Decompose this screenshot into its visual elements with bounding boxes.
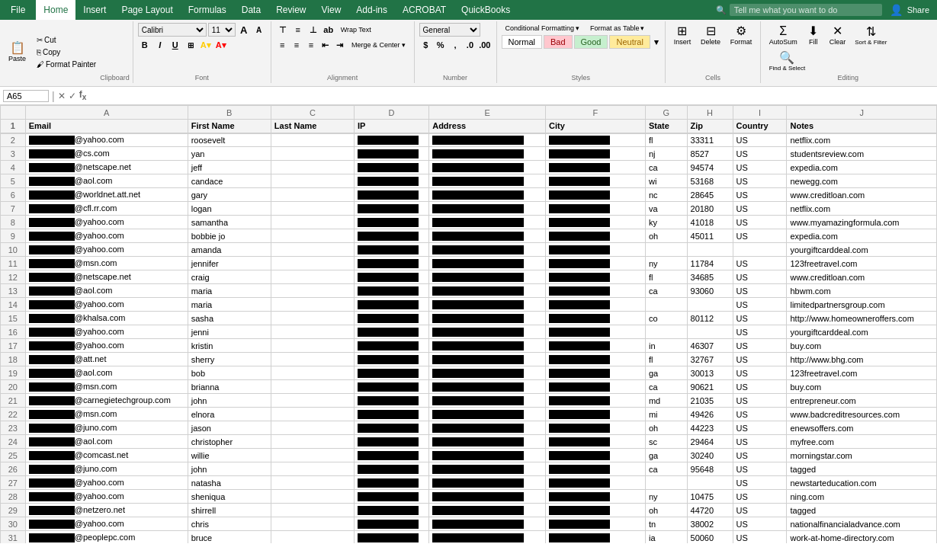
orientation-btn[interactable]: ab (322, 23, 335, 37)
col-header-C[interactable]: C (271, 106, 354, 120)
cell-zip-30[interactable]: 38002 (687, 517, 733, 531)
cell-address-9[interactable] (429, 229, 546, 243)
cell-country-31[interactable]: US (733, 531, 787, 544)
cancel-formula-icon[interactable]: ✕ (58, 91, 66, 101)
cell-lastname-13[interactable] (271, 284, 354, 298)
cell-firstname-28[interactable]: sheniqua (188, 490, 271, 504)
cell-email-8[interactable]: @yahoo.com (25, 216, 188, 229)
cell-city-27[interactable] (545, 476, 645, 490)
cell-zip-8[interactable]: 41018 (687, 216, 733, 229)
cell-notes-25[interactable]: morningstar.com (787, 449, 937, 462)
cell-lastname-29[interactable] (271, 504, 354, 517)
insert-menu[interactable]: Insert (75, 0, 114, 20)
cell-city-18[interactable] (545, 353, 645, 366)
cell-ip-17[interactable] (354, 339, 428, 353)
cell-zip-21[interactable]: 21035 (687, 394, 733, 408)
formula-input[interactable] (89, 91, 934, 101)
cell-state-13[interactable]: ca (645, 284, 687, 298)
cell-firstname-22[interactable]: elnora (188, 408, 271, 421)
delete-btn[interactable]: ⊟ Delete (698, 23, 724, 48)
cell-state-27[interactable] (645, 476, 687, 490)
table-row[interactable]: 6 @worldnet.att.netgary nc28645USwww.cre… (1, 188, 937, 202)
cell-city-21[interactable] (545, 394, 645, 408)
cell-state-28[interactable]: ny (645, 490, 687, 504)
table-row[interactable]: 5 @aol.comcandace wi53168USnewegg.com (1, 174, 937, 188)
cell-notes-7[interactable]: netflix.com (787, 202, 937, 216)
header-email[interactable]: Email (25, 120, 188, 133)
increase-font-btn[interactable]: A (237, 23, 251, 37)
cell-notes-14[interactable]: limitedpartnersgroup.com (787, 298, 937, 312)
cell-email-20[interactable]: @msn.com (25, 380, 188, 394)
cell-state-6[interactable]: nc (645, 188, 687, 202)
cell-state-15[interactable]: co (645, 312, 687, 325)
bottom-align-btn[interactable]: ⊥ (306, 23, 320, 37)
cell-lastname-10[interactable] (271, 243, 354, 257)
fill-btn[interactable]: ⬇ Fill (803, 23, 824, 48)
cell-address-19[interactable] (429, 366, 546, 380)
table-row[interactable]: 18 @att.netsherry fl32767UShttp://www.bh… (1, 353, 937, 366)
cell-notes-10[interactable]: yourgiftcarddeal.com (787, 243, 937, 257)
cell-ip-6[interactable] (354, 188, 428, 202)
cell-lastname-11[interactable] (271, 257, 354, 270)
table-row[interactable]: 30 @yahoo.comchris tn38002USnationalfina… (1, 517, 937, 531)
cell-ip-30[interactable] (354, 517, 428, 531)
cell-city-7[interactable] (545, 202, 645, 216)
cell-lastname-4[interactable] (271, 161, 354, 174)
underline-button[interactable]: U (168, 38, 182, 52)
cell-country-17[interactable]: US (733, 339, 787, 353)
cell-lastname-26[interactable] (271, 462, 354, 476)
cell-lastname-5[interactable] (271, 174, 354, 188)
cell-country-22[interactable]: US (733, 408, 787, 421)
cell-notes-3[interactable]: studentsreview.com (787, 147, 937, 161)
cell-firstname-16[interactable]: jenni (188, 325, 271, 339)
cell-firstname-10[interactable]: amanda (188, 243, 271, 257)
table-row[interactable]: 4 @netscape.netjeff ca94574USexpedia.com (1, 161, 937, 174)
cell-notes-2[interactable]: netflix.com (787, 133, 937, 147)
cell-city-6[interactable] (545, 188, 645, 202)
cell-email-9[interactable]: @yahoo.com (25, 229, 188, 243)
cell-lastname-12[interactable] (271, 270, 354, 284)
cell-lastname-16[interactable] (271, 325, 354, 339)
cell-lastname-7[interactable] (271, 202, 354, 216)
data-menu[interactable]: Data (234, 0, 268, 20)
cell-firstname-24[interactable]: christopher (188, 435, 271, 449)
cell-address-18[interactable] (429, 353, 546, 366)
cell-state-9[interactable]: oh (645, 229, 687, 243)
top-align-btn[interactable]: ⊤ (276, 23, 290, 37)
cell-country-5[interactable]: US (733, 174, 787, 188)
cell-zip-27[interactable] (687, 476, 733, 490)
cell-lastname-2[interactable] (271, 133, 354, 147)
cell-ip-2[interactable] (354, 133, 428, 147)
cell-city-11[interactable] (545, 257, 645, 270)
cell-email-13[interactable]: @aol.com (25, 284, 188, 298)
table-row[interactable]: 14 @yahoo.commaria USlimitedpartnersgrou… (1, 298, 937, 312)
cell-country-24[interactable]: US (733, 435, 787, 449)
cell-city-14[interactable] (545, 298, 645, 312)
cell-lastname-3[interactable] (271, 147, 354, 161)
find-select-btn[interactable]: 🔍 Find & Select (765, 50, 810, 74)
cell-email-6[interactable]: @worldnet.att.net (25, 188, 188, 202)
cell-state-30[interactable]: tn (645, 517, 687, 531)
table-row[interactable]: 8 @yahoo.comsamantha ky41018USwww.myamaz… (1, 216, 937, 229)
percent-btn[interactable]: % (434, 38, 447, 52)
table-row[interactable]: 22 @msn.comelnora mi49426USwww.badcredit… (1, 408, 937, 421)
cell-firstname-31[interactable]: bruce (188, 531, 271, 544)
cell-city-9[interactable] (545, 229, 645, 243)
cell-zip-19[interactable]: 30013 (687, 366, 733, 380)
quickbooks-menu[interactable]: QuickBooks (454, 0, 518, 20)
cell-address-27[interactable] (429, 476, 546, 490)
cell-lastname-15[interactable] (271, 312, 354, 325)
cell-country-14[interactable]: US (733, 298, 787, 312)
cell-city-19[interactable] (545, 366, 645, 380)
normal-style-box[interactable]: Normal (502, 35, 542, 49)
cell-zip-25[interactable]: 30240 (687, 449, 733, 462)
right-align-btn[interactable]: ≡ (304, 38, 317, 52)
header-ip[interactable]: IP (354, 120, 428, 133)
cell-city-15[interactable] (545, 312, 645, 325)
cell-notes-29[interactable]: tagged (787, 504, 937, 517)
cell-address-4[interactable] (429, 161, 546, 174)
table-row[interactable]: 12 @netscape.netcraig fl34685USwww.credi… (1, 270, 937, 284)
conditional-formatting-btn[interactable]: Conditional Formatting ▾ (502, 23, 584, 34)
cell-zip-12[interactable]: 34685 (687, 270, 733, 284)
cell-email-2[interactable]: @yahoo.com (25, 133, 188, 147)
